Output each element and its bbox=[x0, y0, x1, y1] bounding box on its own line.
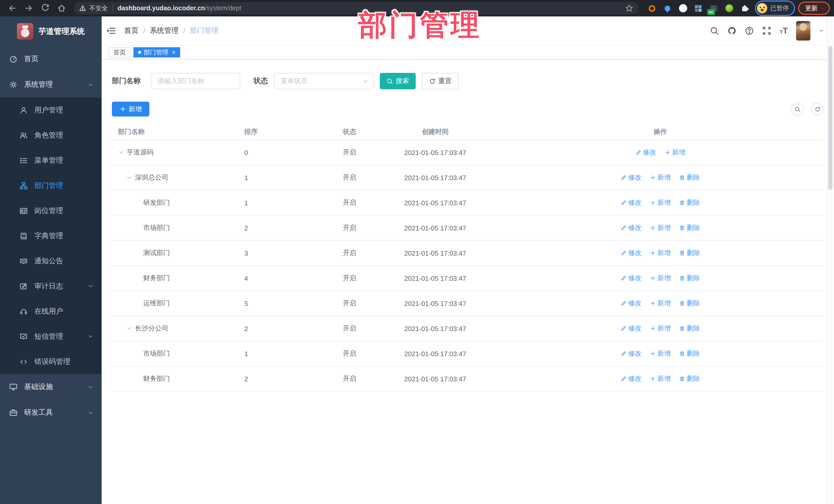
row-action-edit-link[interactable]: 修改 bbox=[620, 223, 641, 233]
dept-name-cell: 芋道源码 bbox=[112, 148, 240, 157]
row-action-delete-link[interactable]: 删除 bbox=[679, 299, 700, 308]
row-action-plus-link[interactable]: 新增 bbox=[650, 173, 671, 182]
sidebar-item-14[interactable]: 研发工具 bbox=[0, 400, 102, 425]
forward-icon[interactable] bbox=[24, 4, 34, 13]
sidebar-item-11[interactable]: 短信管理 bbox=[0, 324, 102, 349]
help-icon[interactable] bbox=[745, 26, 754, 36]
breadcrumb-item-0[interactable]: 首页 bbox=[124, 26, 138, 36]
row-action-edit-link[interactable]: 修改 bbox=[620, 374, 641, 384]
row-action-plus-link[interactable]: 新增 bbox=[650, 223, 671, 233]
update-button[interactable]: 更新 bbox=[798, 2, 830, 15]
sidebar-item-0[interactable]: 首页 bbox=[0, 46, 102, 72]
row-action-plus-link[interactable]: 新增 bbox=[650, 198, 671, 207]
row-action-edit-link[interactable]: 修改 bbox=[620, 248, 641, 258]
home-icon[interactable] bbox=[57, 4, 66, 13]
row-action-plus-link[interactable]: 新增 bbox=[650, 349, 671, 358]
created-time-cell: 2021-01-05 17:03:47 bbox=[374, 224, 497, 232]
dept-name-input[interactable]: 请输入部门名称 bbox=[151, 73, 240, 89]
row-action-plus-link[interactable]: 新增 bbox=[650, 273, 671, 283]
reset-button[interactable]: 重置 bbox=[422, 73, 459, 89]
row-action-plus-link[interactable]: 新增 bbox=[650, 248, 671, 258]
user-avatar[interactable] bbox=[796, 21, 810, 41]
refresh-mini-button[interactable] bbox=[811, 103, 824, 115]
row-action-delete-link[interactable]: 删除 bbox=[679, 198, 700, 207]
profile-paused-badge[interactable]: 已暂停 bbox=[755, 1, 795, 16]
sidebar-item-7[interactable]: 字典管理 bbox=[0, 223, 102, 248]
row-action-label: 删除 bbox=[687, 349, 700, 358]
page-scrollbar[interactable] bbox=[827, 17, 834, 504]
extension-green-figure[interactable] bbox=[725, 4, 733, 13]
tab-0[interactable]: 首页 bbox=[109, 47, 130, 58]
add-button[interactable]: 新增 bbox=[112, 102, 149, 116]
row-action-edit-link[interactable]: 修改 bbox=[620, 299, 641, 308]
sidebar-item-3[interactable]: 角色管理 bbox=[0, 123, 102, 148]
row-action-edit-link[interactable]: 修改 bbox=[620, 324, 641, 333]
sidebar-item-10[interactable]: 在线用户 bbox=[0, 299, 102, 324]
extension-puzzle[interactable] bbox=[740, 4, 749, 13]
table-row: 市场部门2开启2021-01-05 17:03:47修改新增删除 bbox=[112, 216, 824, 241]
row-action-delete-link[interactable]: 删除 bbox=[679, 248, 700, 258]
extension-green-check[interactable] bbox=[679, 4, 687, 13]
row-action-edit-link[interactable]: 修改 bbox=[635, 148, 656, 157]
browser-menu-icon[interactable] bbox=[823, 4, 825, 12]
dept-name-text: 运维部门 bbox=[143, 299, 170, 308]
bookmark-star-icon[interactable] bbox=[625, 4, 633, 12]
row-action-label: 修改 bbox=[628, 299, 641, 308]
sidebar-item-4[interactable]: 菜单管理 bbox=[0, 148, 102, 173]
sidebar-item-9[interactable]: 审计日志 bbox=[0, 273, 102, 299]
row-action-delete-link[interactable]: 删除 bbox=[679, 173, 700, 182]
sidebar-item-1[interactable]: 系统管理 bbox=[0, 72, 102, 97]
row-action-delete-link[interactable]: 删除 bbox=[679, 349, 700, 358]
fullscreen-icon[interactable] bbox=[762, 26, 771, 36]
extension-orange-ring[interactable] bbox=[648, 4, 656, 13]
extension-location-pin[interactable] bbox=[663, 4, 672, 13]
row-action-edit-link[interactable]: 修改 bbox=[620, 273, 641, 283]
sidebar-item-13[interactable]: 基础设施 bbox=[0, 374, 102, 400]
row-action-delete-link[interactable]: 删除 bbox=[679, 374, 700, 384]
search-button-icon bbox=[387, 78, 393, 84]
collapse-sidebar-icon[interactable] bbox=[106, 26, 116, 36]
address-bar[interactable]: 不安全 dashboard.yudao.iocoder.cn/system/de… bbox=[74, 2, 638, 14]
row-action-plus-link[interactable]: 新增 bbox=[664, 148, 685, 157]
row-action-edit-link[interactable]: 修改 bbox=[620, 173, 641, 182]
sidebar-item-5[interactable]: 部门管理 bbox=[0, 173, 102, 198]
app-logo[interactable]: 芋道管理系统 bbox=[0, 17, 102, 46]
scrollbar-thumb[interactable] bbox=[828, 46, 832, 190]
delete-icon bbox=[679, 351, 685, 357]
row-action-delete-link[interactable]: 删除 bbox=[679, 324, 700, 333]
row-action-delete-link[interactable]: 删除 bbox=[679, 223, 700, 233]
status-cell: 开启 bbox=[338, 374, 374, 384]
tree-expand-caret-icon[interactable] bbox=[126, 175, 132, 181]
extensions-row: on bbox=[648, 4, 749, 13]
sidebar-item-12[interactable]: 错误码管理 bbox=[0, 349, 102, 374]
row-action-edit-link[interactable]: 修改 bbox=[620, 349, 641, 358]
row-action-plus-link[interactable]: 新增 bbox=[650, 299, 671, 308]
actions-cell: 修改新增删除 bbox=[497, 173, 824, 182]
tree-expand-caret-icon[interactable] bbox=[118, 149, 124, 155]
search-button[interactable]: 搜索 bbox=[380, 73, 416, 89]
search-icon[interactable] bbox=[710, 26, 719, 36]
back-icon[interactable] bbox=[8, 4, 17, 13]
status-select[interactable]: 菜单状态 bbox=[274, 73, 374, 89]
tab-close-icon[interactable]: × bbox=[172, 49, 176, 56]
row-action-edit-link[interactable]: 修改 bbox=[620, 198, 641, 207]
breadcrumb-item-1[interactable]: 系统管理 bbox=[150, 26, 179, 36]
status-cell: 开启 bbox=[338, 349, 374, 358]
dept-name-cell: 深圳总公司 bbox=[112, 173, 240, 182]
extension-dark-list[interactable]: on bbox=[709, 4, 718, 13]
tree-expand-caret-icon[interactable] bbox=[126, 325, 132, 332]
tab-1[interactable]: 部门管理× bbox=[133, 47, 180, 58]
sidebar-item-6[interactable]: 岗位管理 bbox=[0, 198, 102, 223]
extension-grid[interactable] bbox=[694, 4, 703, 13]
github-icon[interactable] bbox=[727, 26, 737, 36]
user-menu-caret-icon[interactable] bbox=[819, 28, 824, 34]
toggle-search-mini-button[interactable] bbox=[791, 103, 804, 115]
sidebar-item-2[interactable]: 用户管理 bbox=[0, 97, 102, 123]
sidebar-item-8[interactable]: 通知公告 bbox=[0, 248, 102, 273]
dictionary-icon bbox=[20, 232, 28, 240]
row-action-delete-link[interactable]: 删除 bbox=[679, 273, 700, 283]
reload-icon[interactable] bbox=[41, 4, 50, 13]
font-size-icon[interactable]: TT bbox=[780, 27, 788, 35]
row-action-plus-link[interactable]: 新增 bbox=[650, 324, 671, 333]
row-action-plus-link[interactable]: 新增 bbox=[650, 374, 671, 384]
